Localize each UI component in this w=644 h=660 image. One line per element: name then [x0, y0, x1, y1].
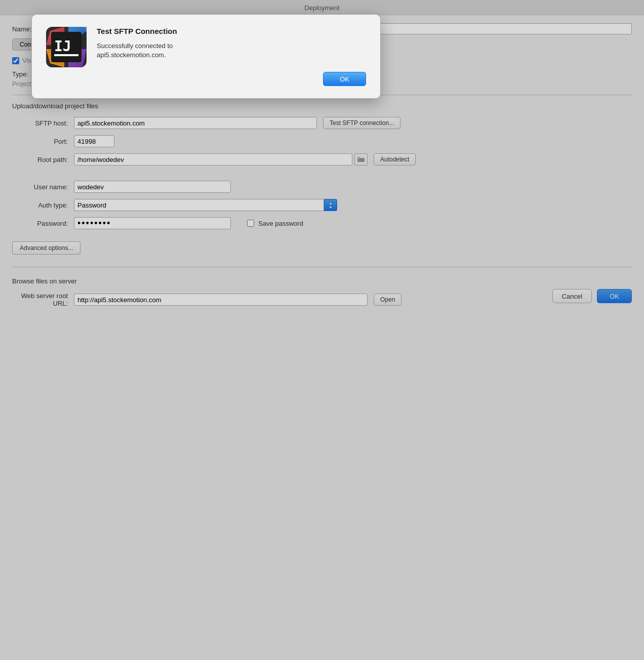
modal-content: IJ Test SFTP Connection Successfully con… [46, 27, 366, 86]
modal-title: Test SFTP Connection [97, 27, 366, 35]
modal-overlay [0, 0, 644, 660]
modal-text-area: Test SFTP Connection Successfully connec… [97, 27, 366, 86]
svg-text:IJ: IJ [54, 38, 71, 55]
modal-body: Successfully connected toapi5.stockemoti… [97, 42, 366, 60]
modal-dialog: IJ Test SFTP Connection Successfully con… [31, 14, 381, 99]
modal-ok-button[interactable]: OK [323, 72, 366, 86]
svg-rect-7 [54, 54, 78, 56]
modal-buttons: OK [97, 72, 366, 86]
ij-logo: IJ [46, 27, 87, 67]
